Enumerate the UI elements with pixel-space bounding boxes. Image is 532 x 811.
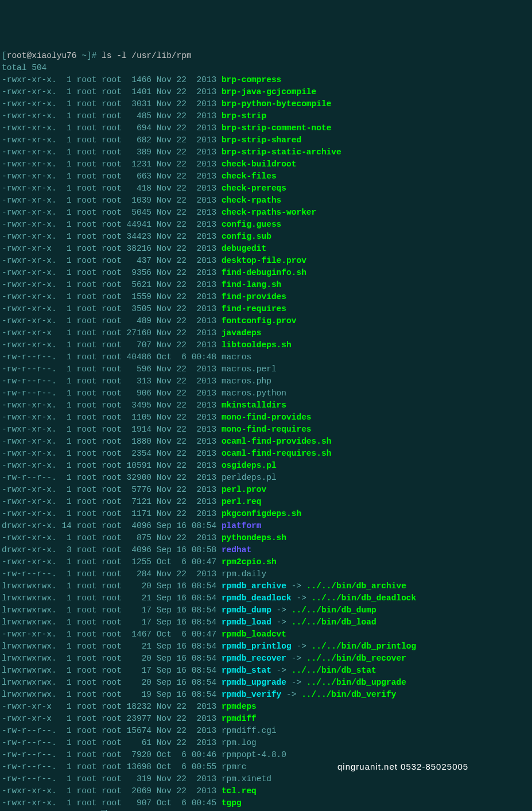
permissions: lrwxrwxrwx.	[2, 618, 57, 627]
listing-row: -rwxr-xr-x. 1 root root 682 Nov 22 2013 …	[2, 134, 530, 146]
links: 1	[57, 364, 77, 374]
date: Nov 22 2013	[157, 425, 222, 434]
date: Nov 22 2013	[157, 449, 222, 458]
date: Nov 22 2013	[157, 111, 222, 121]
size: 20	[127, 654, 157, 663]
group: root	[102, 786, 127, 796]
owner: root	[77, 75, 102, 84]
permissions: -rw-r--r--.	[2, 389, 57, 398]
date: Nov 22 2013	[157, 485, 222, 494]
listing-row: -rwxr-xr-x. 1 root root 1401 Nov 22 2013…	[2, 86, 530, 98]
permissions: -rwxr-xr-x.	[2, 461, 57, 470]
owner: root	[77, 208, 102, 217]
date: Oct 6 00:55	[157, 762, 222, 771]
date: Nov 22 2013	[157, 123, 222, 133]
permissions: lrwxrwxrwx.	[2, 678, 57, 687]
links: 1	[57, 172, 77, 181]
permissions: -rwxr-xr-x.	[2, 449, 57, 458]
filename: tcl.req	[222, 786, 257, 796]
size: 1105	[127, 413, 157, 422]
filename: brp-java-gcjcompile	[222, 87, 316, 96]
filename: rpmdb_printlog	[222, 642, 292, 651]
size: 389	[127, 148, 157, 157]
owner: root	[77, 642, 102, 651]
size: 596	[127, 364, 157, 374]
links: 1	[57, 389, 77, 398]
size: 1880	[127, 437, 157, 446]
date: Nov 22 2013	[157, 99, 222, 108]
links: 1	[57, 449, 77, 458]
group: root	[102, 316, 127, 325]
size: 5621	[127, 280, 157, 289]
owner: root	[77, 798, 102, 808]
size: 3505	[127, 304, 157, 313]
links: 1	[57, 208, 77, 217]
date: Sep 16 08:58	[157, 545, 222, 554]
links: 1	[57, 702, 77, 711]
size: 17	[127, 606, 157, 615]
size: 17	[127, 618, 157, 627]
links: 1	[57, 280, 77, 289]
listing-row: drwxr-xr-x. 3 root root 4096 Sep 16 08:5…	[2, 544, 530, 556]
date: Nov 22 2013	[157, 208, 222, 217]
links: 1	[57, 304, 77, 313]
permissions: -rwxr-xr-x.	[2, 630, 57, 639]
date: Nov 22 2013	[157, 280, 222, 289]
owner: root	[77, 328, 102, 337]
filename: check-buildroot	[222, 160, 297, 169]
filename: macros	[222, 352, 251, 362]
date: Nov 22 2013	[157, 75, 222, 84]
size: 1171	[127, 509, 157, 518]
listing-row: -rwxr-xr-x 1 root root 23977 Nov 22 2013…	[2, 713, 530, 725]
date: Nov 22 2013	[157, 148, 222, 157]
permissions: drwxr-xr-x.	[2, 545, 57, 554]
owner: root	[77, 401, 102, 410]
prompt-path: ~	[77, 51, 87, 60]
filename: rpm2cpio.sh	[222, 557, 277, 566]
listing-row: -rwxr-xr-x 1 root root 38216 Nov 22 2013…	[2, 243, 530, 255]
date: Nov 22 2013	[157, 87, 222, 96]
owner: root	[77, 364, 102, 374]
symlink-arrow: ->	[271, 618, 292, 627]
permissions: -rwxr-xr-x.	[2, 87, 57, 96]
links: 1	[57, 220, 77, 229]
size: 1039	[127, 196, 157, 205]
terminal[interactable]: [root@xiaolyu76 ~]# ls -l /usr/lib/rpmto…	[2, 50, 530, 811]
filename: perl.prov	[222, 485, 266, 494]
filename: rpmdb_deadlock	[222, 593, 292, 603]
size: 1914	[127, 425, 157, 434]
size: 1401	[127, 87, 157, 96]
links: 1	[57, 232, 77, 241]
owner: root	[77, 690, 102, 699]
owner: root	[77, 123, 102, 133]
filename: rpm.log	[222, 738, 257, 747]
group: root	[102, 123, 127, 133]
date: Sep 16 08:54	[157, 606, 222, 615]
filename: desktop-file.prov	[222, 256, 306, 265]
date: Nov 22 2013	[157, 473, 222, 482]
links: 1	[57, 196, 77, 205]
date: Nov 22 2013	[157, 533, 222, 542]
date: Nov 22 2013	[157, 268, 222, 277]
prompt-line: [root@xiaolyu76 ~]# ls -l /usr/lib/rpm	[2, 50, 530, 62]
size: 20	[127, 678, 157, 687]
date: Nov 22 2013	[157, 256, 222, 265]
date: Nov 22 2013	[157, 340, 222, 350]
date: Nov 22 2013	[157, 497, 222, 506]
size: 1559	[127, 292, 157, 301]
filename: macros.perl	[222, 364, 277, 374]
filename: rpmdeps	[222, 702, 257, 711]
filename: mono-find-provides	[222, 413, 312, 422]
group: root	[102, 172, 127, 181]
links: 1	[57, 184, 77, 193]
date: Sep 16 08:54	[157, 593, 222, 603]
filename: macros.php	[222, 377, 271, 386]
permissions: -rwxr-xr-x.	[2, 268, 57, 277]
group: root	[102, 545, 127, 554]
group: root	[102, 581, 127, 591]
permissions: -rwxr-xr-x	[2, 702, 57, 711]
listing-row: -rw-r--r--. 1 root root 32900 Nov 22 201…	[2, 472, 530, 484]
group: root	[102, 160, 127, 169]
size: 7121	[127, 497, 157, 506]
group: root	[102, 268, 127, 277]
